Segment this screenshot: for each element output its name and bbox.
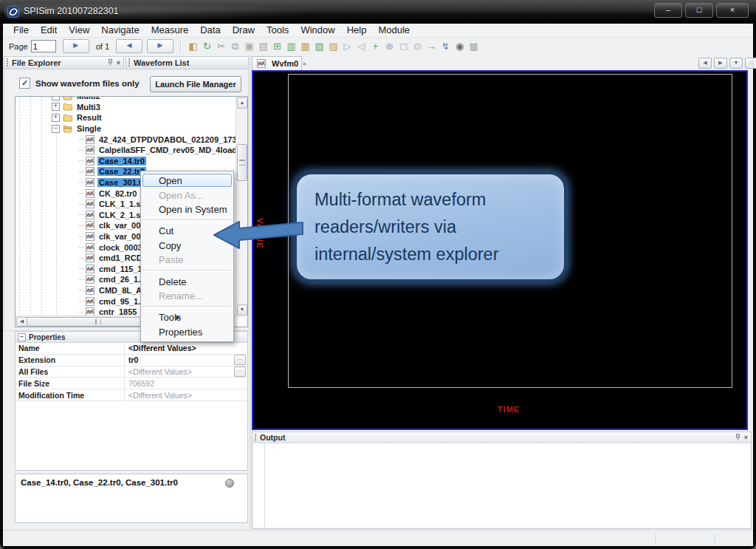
- tree-item[interactable]: −Single: [16, 123, 236, 134]
- output-header[interactable]: Output ×: [252, 432, 751, 443]
- tree-item[interactable]: CalpellaSFF_CMD_rev05_MD_4load_: [16, 145, 236, 156]
- context-menu-item-open-in-system[interactable]: Open in System: [141, 202, 233, 216]
- tree-item-label: CK_82.tr0: [97, 189, 138, 198]
- menu-tools[interactable]: Tools: [261, 24, 295, 37]
- pin-icon[interactable]: [107, 58, 114, 67]
- context-menu-item-open[interactable]: Open: [141, 174, 233, 188]
- exit-icon[interactable]: ◧: [186, 40, 200, 52]
- menu-edit[interactable]: Edit: [35, 24, 63, 37]
- context-menu-item-properties[interactable]: Properties: [141, 325, 233, 339]
- page-forward-button[interactable]: ▶: [147, 39, 173, 53]
- open-window-icon[interactable]: ⊞: [270, 40, 284, 52]
- context-menu-item-tools[interactable]: Tools▶: [141, 310, 233, 324]
- export-icon[interactable]: ◁: [354, 40, 368, 52]
- folder-icon: [63, 96, 72, 100]
- tree-item[interactable]: +Multi3: [16, 102, 236, 113]
- property-value[interactable]: <Different Values>: [125, 367, 234, 376]
- refresh-icon[interactable]: ↻: [200, 40, 214, 52]
- close-panel-icon[interactable]: ×: [117, 60, 120, 67]
- page-input[interactable]: [31, 40, 56, 52]
- tree-item[interactable]: +Result: [16, 112, 236, 123]
- menu-item-label: Paste: [159, 254, 183, 265]
- copy-icon[interactable]: ⧉: [228, 40, 242, 52]
- menu-draw[interactable]: Draw: [227, 24, 261, 37]
- minimize-button[interactable]: –: [654, 3, 682, 18]
- context-menu-item-open-as: Open As...: [141, 188, 233, 202]
- property-value[interactable]: tr0: [125, 355, 234, 364]
- close-button[interactable]: ×: [716, 3, 749, 18]
- zoom-out-icon[interactable]: ⊙: [410, 40, 425, 52]
- zoom-in-icon[interactable]: ⊕: [382, 40, 396, 52]
- toolbar: Page ▶ of 1 ◀ ▶ ◧↻✂⧉▣▤⊞▥▦▧▨▷◁+⊕◻⊙→↯◉▩: [3, 38, 753, 54]
- menu-navigate[interactable]: Navigate: [95, 24, 145, 37]
- menu-file[interactable]: File: [7, 24, 35, 37]
- config-icon[interactable]: ▩: [467, 40, 481, 52]
- browse-button[interactable]: …: [234, 355, 246, 365]
- property-value[interactable]: <Different Values>: [125, 344, 247, 352]
- waveform-file-icon: [86, 253, 94, 262]
- tree-item[interactable]: +Multi2: [16, 96, 236, 102]
- close-trace-icon[interactable]: ▦: [298, 40, 312, 52]
- tree-item[interactable]: Case_14.tr0: [16, 156, 236, 167]
- waveform-icon: [257, 59, 266, 68]
- file-explorer-caption[interactable]: File Explorer ×: [4, 56, 124, 69]
- property-value[interactable]: <Different Values>: [125, 391, 247, 400]
- menu-measure[interactable]: Measure: [145, 24, 195, 37]
- run-icon[interactable]: ↯: [439, 40, 453, 52]
- selection-summary-text: Case_14.tr0, Case_22.tr0, Case_301.tr0: [21, 478, 178, 487]
- tab-list-dropdown-button[interactable]: ▼: [729, 58, 743, 69]
- tree-item-label: CLK_2_1.sp: [97, 211, 147, 219]
- expander-icon[interactable]: +: [52, 114, 60, 122]
- page-back-button[interactable]: ◀: [116, 39, 142, 53]
- launch-file-manager-button[interactable]: Launch File Manager: [150, 76, 241, 92]
- menu-data[interactable]: Data: [194, 24, 226, 37]
- new-trace-icon[interactable]: ▥: [284, 40, 298, 52]
- pin-icon[interactable]: [735, 433, 741, 442]
- expander-icon[interactable]: −: [52, 125, 60, 133]
- close-window-icon[interactable]: ▨: [326, 40, 340, 52]
- collapse-icon[interactable]: −: [18, 333, 26, 341]
- show-waveform-files-checkbox[interactable]: ✓: [19, 78, 30, 89]
- add-icon[interactable]: +: [368, 40, 382, 52]
- cut-icon[interactable]: ✂: [214, 40, 228, 52]
- snapshot-icon[interactable]: ◉: [453, 40, 467, 52]
- go-icon[interactable]: →: [425, 40, 439, 52]
- tree-item-label: cmd_26_1.: [97, 275, 142, 284]
- expander-icon[interactable]: +: [52, 103, 60, 111]
- menu-window[interactable]: Window: [295, 24, 340, 37]
- menu-module[interactable]: Module: [372, 24, 416, 37]
- browse-button[interactable]: …: [234, 366, 246, 377]
- output-header-label: Output: [260, 433, 285, 442]
- scroll-left-icon[interactable]: ◀: [16, 317, 27, 327]
- tree-vertical-scrollbar[interactable]: ▲ ▼: [236, 97, 247, 318]
- tab-scroll-left-button[interactable]: ◀: [698, 58, 712, 69]
- scroll-down-icon[interactable]: ▼: [237, 304, 247, 316]
- tree-item-label: 42_424_DTPDVDABOL_021209_1733: [97, 135, 236, 144]
- tree-connector: [79, 150, 84, 151]
- property-value[interactable]: 706592: [125, 379, 247, 388]
- tab-close-icon[interactable]: ×: [303, 61, 306, 67]
- tree-connector: [79, 247, 84, 248]
- panel-maximize-button[interactable]: □: [745, 58, 756, 69]
- import-icon[interactable]: ▷: [340, 40, 354, 52]
- folder-open-icon: [63, 125, 72, 133]
- scrollbar-thumb[interactable]: [237, 144, 247, 181]
- tree-item[interactable]: 42_424_DTPDVDABOL_021209_1733: [16, 134, 236, 145]
- new-window-icon[interactable]: ▧: [312, 40, 326, 52]
- zoom-fit-icon[interactable]: ◻: [396, 40, 410, 52]
- close-panel-icon[interactable]: ×: [744, 434, 748, 441]
- expander-icon[interactable]: +: [52, 96, 60, 100]
- save-trace-icon[interactable]: ▤: [256, 40, 270, 52]
- menu-view[interactable]: View: [63, 24, 95, 37]
- paste-icon[interactable]: ▣: [242, 40, 256, 52]
- menu-help[interactable]: Help: [341, 24, 373, 37]
- tab-scroll-right-button[interactable]: ▶: [714, 58, 727, 69]
- waveform-list-caption[interactable]: Waveform List: [126, 56, 249, 69]
- maximize-button[interactable]: □: [685, 3, 713, 18]
- waveform-file-icon: [86, 135, 94, 144]
- context-menu-item-delete[interactable]: Delete: [141, 274, 233, 288]
- tab-wvfm0[interactable]: Wvfm0 ×: [252, 56, 302, 70]
- page-next-button[interactable]: ▶: [63, 39, 89, 53]
- context-menu-item-rename: Rename...: [141, 289, 233, 303]
- scroll-up-icon[interactable]: ▲: [237, 98, 247, 109]
